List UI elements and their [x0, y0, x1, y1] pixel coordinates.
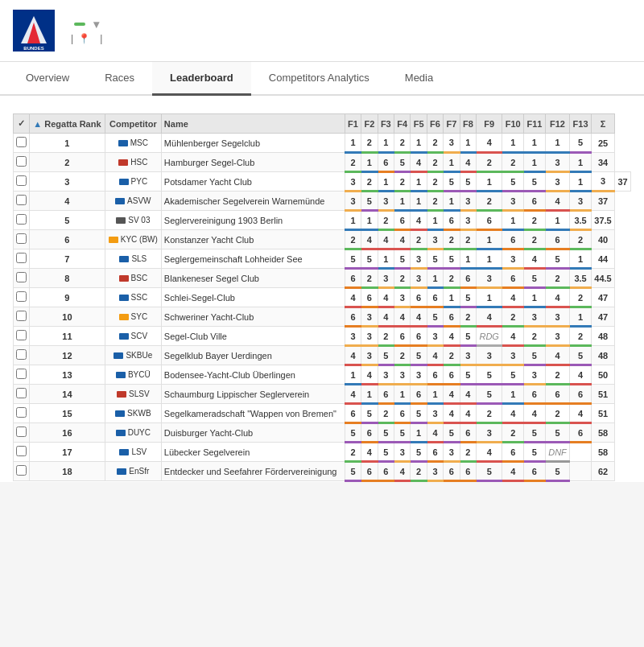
row-score-f4: 2: [394, 172, 411, 192]
tab-overview[interactable]: Overview: [8, 62, 87, 96]
row-score-f5: 6: [411, 327, 427, 346]
row-score-f8: 6: [460, 462, 476, 481]
row-score-f3: 2: [378, 211, 394, 230]
row-checkbox[interactable]: [14, 249, 30, 269]
row-competitor: SCV: [105, 327, 161, 346]
row-score-f13: 1: [570, 153, 592, 172]
row-score-f7: 2: [444, 346, 460, 365]
row-score-f1: 4: [345, 288, 361, 307]
row-sum: 37: [591, 192, 614, 211]
row-score-f6: 1: [427, 211, 443, 230]
table-header-row: ✓ ▲ Regatta Rank Competitor Name F1 F2 F…: [14, 114, 631, 134]
row-score-f4: 4: [394, 307, 411, 327]
row-checkbox[interactable]: [14, 404, 30, 423]
row-checkbox[interactable]: [14, 385, 30, 404]
row-rank: 2: [30, 153, 105, 172]
row-score-f12: 3: [545, 172, 569, 192]
row-checkbox[interactable]: [14, 134, 30, 153]
row-checkbox[interactable]: [14, 192, 30, 211]
row-score-f3: 4: [378, 307, 394, 327]
row-score-f8: 5: [460, 288, 476, 307]
row-score-f3: 5: [378, 443, 394, 462]
row-score-f13: 6: [570, 423, 592, 443]
row-score-f5: 4: [411, 153, 427, 172]
row-checkbox[interactable]: [14, 211, 30, 230]
row-score-f5: 2: [411, 230, 427, 249]
row-score-f9: 5: [477, 385, 502, 404]
row-checkbox[interactable]: [14, 153, 30, 172]
row-score-f5: 6: [411, 385, 427, 404]
row-score-f13: 1: [570, 172, 592, 192]
row-name: Konstanzer Yacht Club: [161, 230, 345, 249]
row-score-f2: 5: [361, 192, 378, 211]
row-score-f9: 4: [477, 443, 502, 462]
row-competitor: EnSfr: [105, 462, 161, 481]
row-score-f7: 6: [444, 307, 460, 327]
content-header: [13, 105, 631, 107]
row-score-f6: 4: [427, 346, 443, 365]
row-score-f11: 6: [524, 385, 546, 404]
row-score-f9: 5: [477, 462, 502, 481]
row-checkbox[interactable]: [14, 423, 30, 443]
page-header: BUNDES ▾ | 📍 |: [0, 0, 644, 62]
row-score-f3: 1: [378, 172, 394, 192]
row-checkbox[interactable]: [14, 230, 30, 249]
row-score-f9: 1: [477, 288, 502, 307]
row-checkbox[interactable]: [14, 327, 30, 346]
row-score-f5: 4: [411, 211, 427, 230]
row-score-f5: 3: [411, 365, 427, 385]
chevron-down-icon[interactable]: ▾: [93, 18, 99, 31]
row-score-f8: 2: [460, 443, 476, 462]
row-checkbox[interactable]: [14, 172, 30, 192]
row-rank: 8: [30, 269, 105, 288]
row-checkbox[interactable]: [14, 365, 30, 385]
row-score-f2: 3: [361, 307, 378, 327]
row-score-f11: 5: [524, 172, 546, 192]
row-score-f13: 2: [570, 327, 592, 346]
row-checkbox[interactable]: [14, 462, 30, 481]
row-score-f4: 5: [394, 153, 411, 172]
row-name: Bodensee-Yacht-Club Überlingen: [161, 365, 345, 385]
row-score-f11: 4: [524, 249, 546, 269]
row-rank: 4: [30, 192, 105, 211]
row-score-f3: 5: [378, 423, 394, 443]
row-name: Lübecker Segelverein: [161, 443, 345, 462]
row-score-f8: 5: [460, 365, 476, 385]
col-rank[interactable]: ▲ Regatta Rank: [30, 114, 105, 134]
row-score-f5: 3: [411, 269, 427, 288]
row-checkbox[interactable]: [14, 346, 30, 365]
row-sum: 37.5: [591, 211, 614, 230]
row-checkbox[interactable]: [14, 307, 30, 327]
tab-media[interactable]: Media: [387, 62, 451, 96]
row-checkbox[interactable]: [14, 269, 30, 288]
row-score-f13: 3.5: [570, 211, 592, 230]
row-competitor: SKBUe: [105, 346, 161, 365]
row-name: Segel-Club Ville: [161, 327, 345, 346]
tab-leaderboard[interactable]: Leaderboard: [152, 62, 251, 96]
tab-competitors-analytics[interactable]: Competitors Analytics: [251, 62, 387, 96]
row-score-f13: 2: [570, 288, 592, 307]
leaderboard-table: ✓ ▲ Regatta Rank Competitor Name F1 F2 F…: [13, 113, 631, 482]
row-score-f5: 4: [411, 307, 427, 327]
row-score-f11: 5: [524, 346, 546, 365]
row-score-f8: 6: [460, 269, 476, 288]
tab-races[interactable]: Races: [87, 62, 152, 96]
row-name: Schaumburg Lippischer Seglerverein: [161, 385, 345, 404]
row-score-f6: 3: [427, 327, 443, 346]
row-rank: 18: [30, 462, 105, 481]
row-score-f4: 4: [394, 462, 411, 481]
table-row: 12SKBUeSegelklub Bayer Uerdingen43525423…: [14, 346, 631, 365]
row-score-f10: 2: [502, 153, 524, 172]
row-score-f6: 2: [427, 172, 443, 192]
row-checkbox[interactable]: [14, 288, 30, 307]
row-score-f4: 2: [394, 134, 411, 153]
row-score-f11: 1: [524, 134, 546, 153]
row-score-f10: 3: [502, 346, 524, 365]
logo: BUNDES: [13, 10, 55, 52]
row-rank: 15: [30, 404, 105, 423]
row-sum: 44: [591, 249, 614, 269]
row-competitor: KYC (BW): [105, 230, 161, 249]
row-checkbox[interactable]: [14, 443, 30, 462]
row-score-f11: 2: [524, 327, 546, 346]
row-name: Akademischer Segelverein Warnemünde: [161, 192, 345, 211]
